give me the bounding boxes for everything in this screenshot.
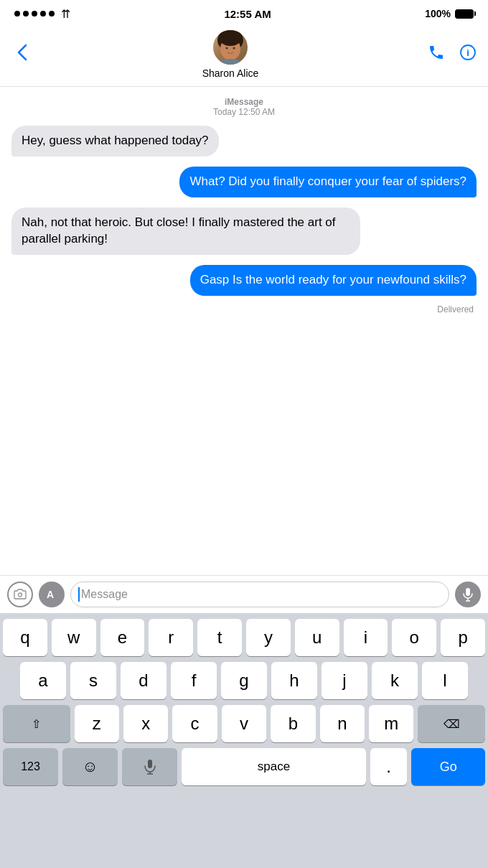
keyboard: q w e r t y u i o p a s d f g h j k l ⇧ …: [0, 613, 488, 868]
keyboard-row-3: ⇧ z x c v b n m ⌫: [3, 705, 485, 742]
key-m[interactable]: m: [369, 705, 413, 742]
key-u[interactable]: u: [295, 619, 339, 656]
status-time: 12:55 AM: [224, 8, 271, 20]
key-f[interactable]: f: [171, 662, 217, 699]
delivered-label: Delivered: [11, 304, 477, 314]
key-h[interactable]: h: [271, 662, 317, 699]
key-c[interactable]: c: [172, 705, 217, 742]
battery-icon: [455, 9, 474, 19]
svg-point-9: [19, 593, 22, 597]
avatar[interactable]: [213, 30, 248, 65]
keyboard-row-2: a s d f g h j k l: [3, 662, 485, 699]
key-r[interactable]: r: [149, 619, 193, 656]
keyboard-mic-key[interactable]: [122, 748, 177, 785]
svg-text:A: A: [47, 589, 54, 600]
bubble-sent-1[interactable]: What? Did you finally conquer your fear …: [179, 167, 477, 197]
key-a[interactable]: a: [20, 662, 66, 699]
wifi-icon: ⇈: [61, 7, 70, 21]
key-y[interactable]: y: [246, 619, 291, 656]
key-g[interactable]: g: [221, 662, 267, 699]
key-p[interactable]: p: [441, 619, 485, 656]
space-key[interactable]: space: [182, 748, 366, 785]
shift-key[interactable]: ⇧: [3, 705, 70, 742]
info-button[interactable]: i: [459, 44, 477, 65]
call-button[interactable]: [428, 44, 445, 65]
key-n[interactable]: n: [320, 705, 365, 742]
key-s[interactable]: s: [70, 662, 116, 699]
message-row-4: Gasp Is the world ready for your newfoun…: [11, 265, 477, 296]
text-cursor: [78, 587, 80, 602]
key-z[interactable]: z: [75, 705, 119, 742]
messages-area: iMessage Today 12:50 AM Hey, guess what …: [0, 87, 488, 575]
header-center: Sharon Alice: [202, 30, 259, 79]
bubble-received-2[interactable]: Nah, not that heroic. But close! I final…: [11, 207, 360, 255]
key-d[interactable]: d: [121, 662, 166, 699]
message-row-3: Nah, not that heroic. But close! I final…: [11, 207, 477, 255]
bubble-received-1[interactable]: Hey, guess what happened today?: [11, 126, 219, 157]
key-b[interactable]: b: [271, 705, 315, 742]
message-input[interactable]: Message: [70, 582, 449, 607]
status-left: ⇈: [14, 7, 70, 21]
bubble-sent-2[interactable]: Gasp Is the world ready for your newfoun…: [190, 265, 477, 296]
key-q[interactable]: q: [3, 619, 47, 656]
svg-point-6: [216, 59, 245, 65]
emoji-key[interactable]: ☺: [62, 748, 118, 785]
period-key[interactable]: .: [370, 748, 407, 785]
key-i[interactable]: i: [344, 619, 388, 656]
svg-rect-14: [148, 760, 152, 768]
key-v[interactable]: v: [222, 705, 266, 742]
back-button[interactable]: [11, 44, 33, 65]
key-w[interactable]: w: [52, 619, 96, 656]
svg-point-5: [233, 47, 235, 50]
status-bar: ⇈ 12:55 AM 100%: [0, 0, 488, 26]
mic-button[interactable]: [455, 582, 481, 607]
go-key[interactable]: Go: [411, 748, 485, 785]
input-area: A Message: [0, 575, 488, 613]
imessage-label: iMessage Today 12:50 AM: [11, 97, 477, 117]
battery-percent: 100%: [425, 8, 451, 19]
apps-button[interactable]: A: [39, 582, 65, 607]
keyboard-row-1: q w e r t y u i o p: [3, 619, 485, 656]
key-l[interactable]: l: [422, 662, 468, 699]
key-j[interactable]: j: [322, 662, 367, 699]
key-e[interactable]: e: [100, 619, 145, 656]
svg-rect-11: [466, 588, 470, 596]
svg-point-4: [225, 47, 227, 50]
signal-dots: [14, 11, 55, 17]
header-actions: i: [428, 44, 477, 65]
status-right: 100%: [425, 8, 474, 19]
message-row-2: What? Did you finally conquer your fear …: [11, 167, 477, 197]
camera-button[interactable]: [7, 582, 33, 607]
key-k[interactable]: k: [372, 662, 418, 699]
delete-key[interactable]: ⌫: [418, 705, 485, 742]
contact-name[interactable]: Sharon Alice: [202, 67, 259, 79]
message-placeholder: Message: [81, 588, 128, 601]
key-x[interactable]: x: [123, 705, 168, 742]
message-row-1: Hey, guess what happened today?: [11, 126, 477, 157]
keyboard-row-4: 123 ☺ space . Go: [3, 748, 485, 785]
key-o[interactable]: o: [392, 619, 436, 656]
key-t[interactable]: t: [197, 619, 242, 656]
header: Sharon Alice i: [0, 26, 488, 87]
svg-text:i: i: [466, 47, 469, 58]
numbers-key[interactable]: 123: [3, 748, 58, 785]
